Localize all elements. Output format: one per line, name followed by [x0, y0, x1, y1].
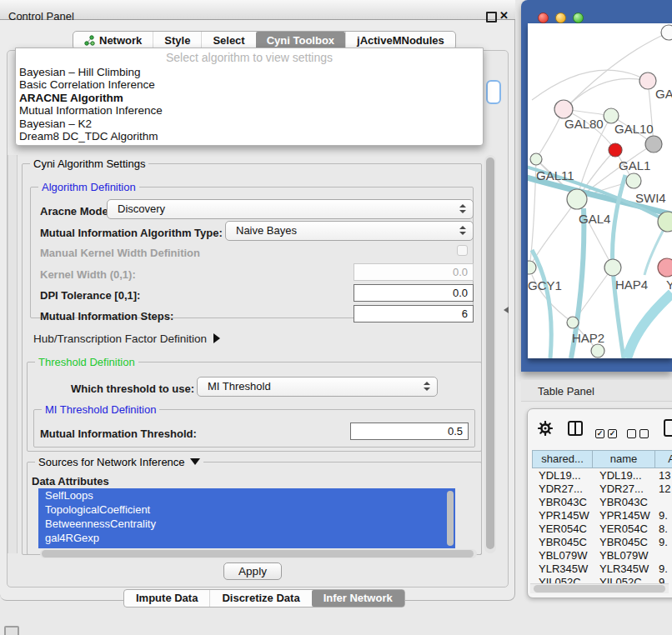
tab-jactivemnodules-label: jActiveMNodules [357, 32, 444, 49]
select-all-rows-icon[interactable]: ✓✓ [595, 426, 620, 441]
table-row[interactable]: YER054C YER054C 8. [532, 522, 672, 536]
manual-kernel-checkbox[interactable] [457, 245, 468, 256]
dropdown-item[interactable]: Bayesian – Hill Climbing [16, 66, 483, 78]
tab-select[interactable]: Select [201, 32, 255, 49]
column-header-shared-name[interactable]: shared... [532, 450, 593, 468]
sources-legend-label: Sources for Network Inference [38, 456, 185, 468]
tab-jactivemnodules[interactable]: jActiveMNodules [345, 32, 455, 49]
data-attributes-list[interactable]: SelfLoops TopologicalCoefficient Between… [38, 488, 455, 548]
node-gal4[interactable] [567, 189, 587, 209]
network-canvas[interactable]: GAL GAL80 GAL10 GAL1 GAL11 SWI4 GAL4 GCY… [528, 23, 672, 358]
cell: YDL19... [532, 469, 593, 482]
column-header-name[interactable]: name [593, 450, 655, 468]
settings-vertical-scrollbar-thumb[interactable] [486, 158, 494, 549]
mi-steps-field[interactable]: 6 [354, 305, 474, 322]
settings-horizontal-scrollbar-thumb[interactable] [42, 550, 474, 558]
cell: YDR27... [593, 482, 655, 496]
table-row[interactable]: YLR345W YLR345W 9. [532, 562, 672, 576]
deselect-all-rows-icon[interactable] [627, 426, 652, 441]
mi-threshold-legend: MI Threshold Definition [42, 403, 159, 416]
node-gal11[interactable] [530, 153, 542, 165]
manual-kernel-label: Manual Kernel Width Definition [40, 247, 200, 259]
table-row[interactable]: YBL079W YBL079W [532, 549, 672, 562]
node-label: GAL10 [614, 122, 654, 136]
dropdown-item[interactable]: Bayesian – K2 [16, 118, 483, 130]
mi-threshold-field[interactable]: 0.5 [350, 422, 469, 440]
table-row[interactable]: YDR27... YDR27... 12 [532, 482, 672, 496]
splitter-collapse-icon[interactable] [504, 307, 509, 313]
docked-panel-icon[interactable] [4, 626, 19, 635]
node-gray[interactable] [645, 136, 662, 152]
hub-section-toggle[interactable]: Hub/Transcription Factor Definition [33, 332, 220, 345]
dpi-tolerance-field[interactable]: 0.0 [354, 284, 474, 302]
expanded-arrow-icon [190, 458, 200, 465]
table-horizontal-scrollbar-thumb[interactable] [534, 585, 665, 592]
aracne-mode-select[interactable]: Discovery [107, 199, 474, 219]
table-row[interactable]: YBR045C YBR045C 9. [532, 536, 672, 549]
table-row[interactable]: YBR043C YBR043C [532, 496, 672, 509]
tab-cyni-toolbox[interactable]: Cyni Toolbox [256, 32, 345, 49]
gear-icon[interactable] [538, 421, 553, 436]
node-gal1[interactable] [626, 173, 641, 188]
column-header-cut[interactable]: A [655, 450, 672, 468]
node-hap2[interactable] [567, 317, 579, 328]
node-gal80[interactable] [554, 100, 573, 118]
checked-checkbox-icon: ✓ [595, 429, 604, 438]
cell: YBR045C [532, 536, 593, 549]
dropdown-item[interactable]: Basic Correlation Inference [16, 78, 483, 91]
node-gal[interactable] [639, 72, 656, 89]
node-label: GAL1 [619, 158, 650, 172]
zoom-traffic-light-icon[interactable] [573, 12, 584, 23]
list-item[interactable]: gal4RGexp [38, 531, 455, 545]
tab-impute-data[interactable]: Impute Data [124, 590, 209, 607]
node-red[interactable] [609, 143, 622, 157]
cell [655, 549, 672, 562]
node-label: GCY1 [528, 278, 562, 292]
sources-legend[interactable]: Sources for Network Inference [35, 456, 203, 468]
algorithm-combobox-fragment[interactable] [486, 80, 501, 104]
node-label: Y [666, 278, 672, 292]
mi-type-select[interactable]: Naive Bayes [225, 221, 474, 241]
float-window-icon[interactable] [486, 12, 497, 22]
close-traffic-light-icon[interactable] [538, 12, 549, 23]
list-item[interactable]: TopologicalCoefficient [38, 502, 455, 517]
kernel-width-field[interactable]: 0.0 [354, 263, 474, 281]
dpi-tolerance-label: DPI Tolerance [0,1]: [40, 289, 140, 302]
apply-button[interactable]: Apply [223, 562, 282, 580]
tab-network[interactable]: Network [73, 32, 153, 49]
cell: YER054C [593, 522, 655, 536]
node-edge-green[interactable] [658, 212, 672, 232]
dropdown-item[interactable]: Dream8 DC_TDC Algorithm [16, 130, 483, 142]
which-threshold-select[interactable]: MI Threshold [197, 377, 438, 397]
list-item[interactable]: SelfLoops [38, 488, 455, 502]
attribute-list-scrollbar-thumb[interactable] [447, 491, 454, 546]
dropdown-item[interactable]: Mutual Information Inference [16, 104, 483, 117]
minimize-traffic-light-icon[interactable] [555, 12, 566, 23]
table-row[interactable]: YPR145W YPR145W 9. [532, 509, 672, 522]
node-label: SWI4 [635, 191, 666, 205]
node-unlabeled[interactable] [661, 25, 672, 40]
tab-select-label: Select [213, 32, 244, 49]
table-row[interactable]: YDL19... YDL19... 13 [532, 469, 672, 482]
data-attributes-label: Data Attributes [32, 475, 109, 488]
algorithm-dropdown-popup: Select algorithm to view settings Bayesi… [15, 48, 484, 146]
table-function-icon[interactable] [664, 419, 672, 437]
control-panel-titlebar [0, 0, 515, 20]
tab-infer-network[interactable]: Infer Network [312, 590, 404, 607]
column-visibility-icon[interactable] [568, 421, 583, 436]
which-threshold-value: MI Threshold [208, 378, 271, 396]
node-y[interactable] [658, 258, 672, 277]
node-hap4[interactable] [604, 259, 621, 276]
node-gcy1[interactable] [528, 261, 536, 274]
tab-discretize-data[interactable]: Discretize Data [209, 590, 311, 607]
algorithm-definition-legend: Algorithm Definition [38, 181, 139, 193]
list-item[interactable]: BetweennessCentrality [38, 517, 455, 531]
cell: YDR27... [532, 482, 593, 496]
cell [655, 496, 672, 509]
node-unlabeled[interactable] [591, 344, 604, 358]
left-scrollbar-track[interactable] [8, 155, 18, 553]
dropdown-item-aracne[interactable]: ARACNE Algorithm [16, 92, 483, 104]
close-icon[interactable]: ✕ [499, 9, 509, 22]
tab-style[interactable]: Style [153, 32, 201, 49]
combo-stepper-icon [424, 382, 429, 391]
